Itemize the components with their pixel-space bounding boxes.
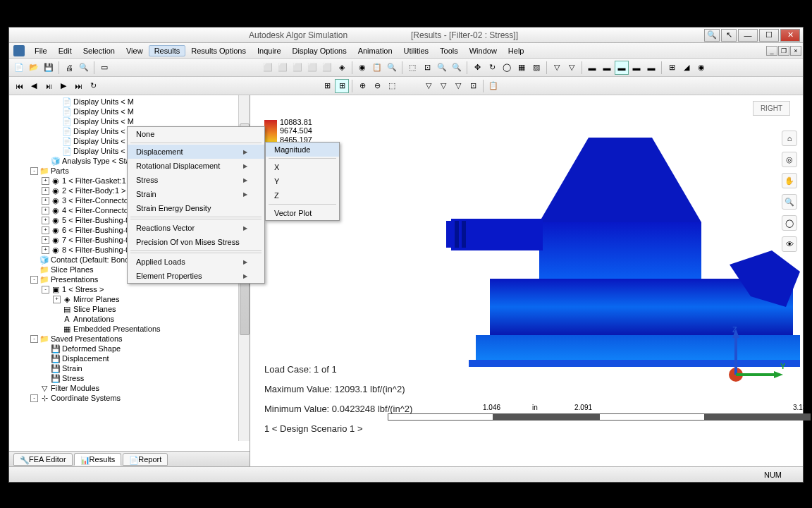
expand-toggle[interactable]: + (42, 207, 49, 214)
tree-row[interactable]: 📄Display Units < M (11, 97, 250, 107)
tree-row[interactable]: 📄Display Units < M (11, 116, 250, 126)
add-icon[interactable]: ⊕ (355, 79, 369, 93)
sel3-icon[interactable]: ▽ (451, 79, 465, 93)
dropdown-item[interactable]: None (128, 127, 264, 141)
rotate-icon[interactable]: ↻ (485, 61, 499, 75)
dropdown-item[interactable]: Reactions Vector▶ (128, 221, 264, 235)
mdi-close[interactable]: × (790, 46, 801, 56)
menu-tools[interactable]: Tools (434, 45, 464, 56)
sel1-icon[interactable]: ▽ (422, 79, 436, 93)
zoom-window-icon[interactable]: ⬚ (405, 61, 419, 75)
prev-icon[interactable]: ◀ (27, 79, 41, 93)
menu-utilities[interactable]: Utilities (398, 45, 434, 56)
grid-icon[interactable]: ⊞ (665, 61, 679, 75)
submenu-item[interactable]: Vector Plot (266, 206, 339, 220)
expand-toggle[interactable]: - (42, 286, 49, 294)
menu-display-options[interactable]: Display Options (287, 45, 352, 56)
view4-icon[interactable]: ⬜ (305, 61, 319, 75)
expand-toggle[interactable]: + (42, 177, 49, 185)
expand-toggle[interactable]: + (42, 187, 49, 195)
maximize-button[interactable]: ☐ (759, 29, 779, 42)
view3-icon[interactable]: ⬜ (290, 61, 304, 75)
more-icon[interactable]: ⬚ (385, 79, 399, 93)
menu-help[interactable]: Help (503, 45, 530, 56)
submenu-item[interactable]: Y (266, 174, 339, 188)
menu-selection[interactable]: Selection (78, 45, 121, 56)
view5-icon[interactable]: ⬜ (320, 61, 334, 75)
submenu-item[interactable]: X (266, 160, 339, 174)
tree-row[interactable]: -▣1 < Stress > (11, 284, 250, 294)
tree-row[interactable]: 💾Strain (11, 363, 250, 373)
filter2-icon[interactable]: ▽ (565, 61, 579, 75)
expand-toggle[interactable]: - (30, 167, 38, 175)
mdi-minimize[interactable]: _ (766, 46, 777, 56)
tree-row[interactable]: AAnnotations (11, 314, 250, 324)
sel4-icon[interactable]: ⊡ (466, 79, 480, 93)
open-icon[interactable]: 📂 (27, 61, 41, 75)
new-icon[interactable]: 📄 (12, 61, 26, 75)
dropdown-item[interactable]: Strain▶ (128, 187, 264, 201)
filter1-icon[interactable]: ▽ (550, 61, 564, 75)
menu-inquire[interactable]: Inquire (252, 45, 287, 56)
print-icon[interactable]: 🖨 (62, 61, 76, 75)
dropdown-item[interactable]: Stress▶ (128, 173, 264, 187)
find-icon[interactable]: 🔍 (385, 61, 399, 75)
disp5-icon[interactable]: ▬ (644, 61, 658, 75)
disp1-icon[interactable]: ▬ (585, 61, 599, 75)
submenu-item[interactable]: Magnitude (266, 143, 339, 157)
tree-row[interactable]: 💾Deformed Shape (11, 344, 250, 353)
disp2-icon[interactable]: ▬ (600, 61, 614, 75)
dropdown-item[interactable]: Rotational Displacement▶ (128, 159, 264, 173)
expand-toggle[interactable]: - (30, 335, 38, 343)
pan-icon[interactable]: ✥ (470, 61, 484, 75)
deform-icon[interactable]: ◢ (679, 61, 694, 75)
loop-icon[interactable]: ↻ (86, 79, 100, 93)
expand-toggle[interactable]: + (42, 246, 49, 254)
next-icon[interactable]: ▶ (56, 79, 70, 93)
mesh2-icon[interactable]: ⊞ (335, 79, 349, 93)
view2-icon[interactable]: ⬜ (276, 61, 290, 75)
menu-animation[interactable]: Animation (352, 45, 398, 56)
close-button[interactable]: ✕ (780, 29, 800, 42)
zoom-fit-icon[interactable]: ⊡ (420, 61, 434, 75)
tree-row[interactable]: ▤Slice Planes (11, 304, 250, 314)
expand-toggle[interactable]: + (42, 197, 49, 205)
displacement-submenu[interactable]: MagnitudeXYZVector Plot (265, 142, 340, 221)
shade2-icon[interactable]: ▨ (529, 61, 543, 75)
disp4-icon[interactable]: ▬ (629, 61, 644, 75)
tree-row[interactable]: -⊹Coordinate Systems (11, 393, 250, 403)
expand-toggle[interactable]: + (42, 217, 49, 224)
minimize-button[interactable]: — (738, 29, 758, 42)
menu-file[interactable]: File (29, 45, 53, 56)
note-icon[interactable]: 📋 (370, 61, 384, 75)
expand-toggle[interactable]: + (42, 236, 49, 244)
report-icon[interactable]: 📋 (486, 79, 500, 93)
tab-fea-editor[interactable]: 🔧FEA Editor (13, 453, 73, 466)
select-icon[interactable]: ▭ (97, 61, 111, 75)
disp3-icon[interactable]: ▬ (615, 61, 629, 75)
mesh1-icon[interactable]: ⊞ (320, 79, 334, 93)
view-orientation-label[interactable]: RIGHT (753, 101, 790, 116)
tree-row[interactable]: 💾Stress (11, 373, 250, 383)
zoom-in-icon[interactable]: 🔍 (435, 61, 449, 75)
pointer-tool-icon[interactable]: ↖ (721, 29, 737, 42)
orbit-icon[interactable]: ◯ (500, 61, 514, 75)
mdi-restore[interactable]: ❐ (778, 46, 789, 56)
expand-toggle[interactable]: + (53, 296, 61, 303)
dropdown-item[interactable]: Precision Of von Mises Stress (128, 235, 264, 249)
tree-row[interactable]: -📁Saved Presentations (11, 334, 250, 344)
dropdown-item[interactable]: Element Properties▶ (128, 269, 264, 283)
dropdown-item[interactable]: Strain Energy Density (128, 201, 264, 215)
preview-icon[interactable]: 🔍 (77, 61, 91, 75)
tree-row[interactable]: 📄Display Units < M (11, 107, 250, 116)
tree-row[interactable]: 💾Displacement (11, 353, 250, 363)
last-icon[interactable]: ⏭ (71, 79, 85, 93)
expand-toggle[interactable]: - (30, 276, 38, 284)
expand-toggle[interactable]: + (42, 226, 49, 234)
sel2-icon[interactable]: ▽ (436, 79, 450, 93)
menu-window[interactable]: Window (464, 45, 503, 56)
first-icon[interactable]: ⏮ (12, 79, 26, 93)
probe-icon[interactable]: ◉ (694, 61, 708, 75)
menu-edit[interactable]: Edit (53, 45, 78, 56)
submenu-item[interactable]: Z (266, 188, 339, 202)
